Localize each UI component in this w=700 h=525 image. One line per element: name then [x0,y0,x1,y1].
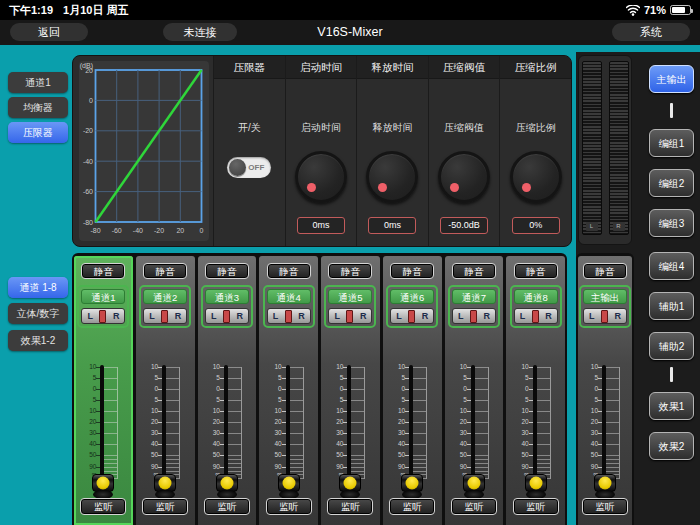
channel-strip-2[interactable]: 静音 通道2 L R 10505102030405090∞ 监听 [136,256,195,525]
fader-track[interactable] [533,365,537,491]
monitor-button[interactable]: 监听 [266,498,312,515]
pan-left-label: L [149,311,155,321]
pan-control[interactable]: L R [267,308,311,324]
mute-button[interactable]: 静音 [514,263,558,279]
sidebar-item-2[interactable]: 均衡器 [8,97,68,118]
bus-button-6[interactable]: 辅助1 [649,292,694,320]
monitor-button[interactable]: 监听 [582,498,628,515]
monitor-button[interactable]: 监听 [142,498,188,515]
channel-header-group: 通道2 L R [139,285,191,328]
monitor-button[interactable]: 监听 [327,498,373,515]
sidebar-item-3[interactable]: 压限器 [8,122,68,143]
pan-control[interactable]: L R [390,308,434,324]
monitor-button[interactable]: 监听 [80,498,126,515]
sidebar-item-2[interactable]: 立体/数字 [8,303,68,324]
pan-slider[interactable] [285,310,292,323]
pan-slider[interactable] [223,310,230,323]
meter-left-label: L [586,222,598,231]
bus-button-3[interactable]: 编组2 [649,169,694,197]
fader-ladder-rung [475,378,488,379]
channel-strip-1[interactable]: 静音 通道1 L R 10505102030405090∞ 监听 [74,256,133,525]
fader-scale-label: 10 [591,364,598,371]
compressor-onoff-toggle[interactable]: OFF [227,157,271,178]
bus-button-4[interactable]: 编组3 [649,209,694,237]
attack-value: 0ms [297,217,345,234]
monitor-button[interactable]: 监听 [204,498,250,515]
pan-slider[interactable] [346,310,353,323]
pan-slider[interactable] [601,310,608,323]
fader-track[interactable] [286,365,290,491]
channel-strips-panel: 静音 通道1 L R 10505102030405090∞ 监听 静音 通道2 … [72,253,567,525]
attack-knob[interactable] [295,151,347,203]
bus-button-9[interactable]: 效果1 [649,392,694,420]
threshold-knob[interactable] [438,151,490,203]
mute-button[interactable]: 静音 [81,263,125,279]
fader-ladder-rung [290,400,303,401]
fader-track[interactable] [162,365,166,491]
mute-button[interactable]: 静音 [583,263,627,279]
x-tick: -60 [112,227,122,234]
monitor-button[interactable]: 监听 [451,498,497,515]
fader-track[interactable] [409,365,413,491]
fader-track[interactable] [602,365,606,491]
fader: 10505102030405090∞ [74,361,133,501]
bus-button-5[interactable]: 编组4 [649,252,694,280]
pan-slider[interactable] [470,310,477,323]
fader-track[interactable] [347,365,351,491]
sidebar-item-1[interactable]: 通道1 [8,72,68,93]
channel-strip-6[interactable]: 静音 通道6 L R 10505102030405090∞ 监听 [383,256,442,525]
system-button[interactable]: 系统 [612,23,690,41]
bus-button-7[interactable]: 辅助2 [649,332,694,360]
mute-button[interactable]: 静音 [205,263,249,279]
pan-control[interactable]: L R [81,308,125,324]
fader-scale-label: 50 [89,452,96,459]
fader-ladder-rung [104,463,117,464]
pan-control[interactable]: L R [143,308,187,324]
fader-track[interactable] [471,365,475,491]
fader-ladder-rung [290,467,303,468]
pan-control[interactable]: L R [583,308,627,324]
monitor-button[interactable]: 监听 [389,498,435,515]
release-label: 释放时间 [372,121,412,135]
channel-strip-7[interactable]: 静音 通道7 L R 10505102030405090∞ 监听 [445,256,504,525]
pan-control[interactable]: L R [514,308,558,324]
fader-track[interactable] [100,365,104,491]
fader-track[interactable] [224,365,228,491]
bus-button-10[interactable]: 效果2 [649,432,694,460]
sidebar-item-1[interactable]: 通道 1-8 [8,277,68,298]
y-tick: -40 [83,158,93,165]
pan-control[interactable]: L R [328,308,372,324]
ratio-knob[interactable] [510,151,562,203]
mute-button[interactable]: 静音 [328,263,372,279]
mute-button[interactable]: 静音 [390,263,434,279]
release-knob[interactable] [366,151,418,203]
channel-strip-8[interactable]: 静音 通道8 L R 10505102030405090∞ 监听 [506,256,565,525]
fader-ladder-rail [426,367,427,479]
fader-scale-label: 50 [151,452,158,459]
mute-button[interactable]: 静音 [143,263,187,279]
pan-slider[interactable] [99,310,106,323]
pan-control[interactable]: L R [205,308,249,324]
sidebar-item-3[interactable]: 效果1-2 [8,330,68,351]
mute-button[interactable]: 静音 [267,263,311,279]
main-output-strip[interactable]: 静音 主输出 L R 10505102030405090∞ 监听 [578,256,632,525]
bus-button-0[interactable]: 主输出 [649,65,694,93]
status-date: 1月10日 周五 [63,3,128,18]
fader-handle-dot [344,477,357,490]
connection-status-button[interactable]: 未连接 [163,23,237,41]
fader-ladder-rung [606,400,619,401]
fader-ladder-rung [104,471,117,472]
monitor-button[interactable]: 监听 [513,498,559,515]
channel-strip-3[interactable]: 静音 通道3 L R 10505102030405090∞ 监听 [198,256,257,525]
fader-ladder-rung [228,433,241,434]
bus-button-2[interactable]: 编组1 [649,129,694,157]
channel-strip-4[interactable]: 静音 通道4 L R 10505102030405090∞ 监听 [259,256,318,525]
pan-control[interactable]: L R [452,308,496,324]
pan-slider[interactable] [532,310,539,323]
fader-handle-dot [220,477,233,490]
channel-strip-5[interactable]: 静音 通道5 L R 10505102030405090∞ 监听 [321,256,380,525]
pan-slider[interactable] [161,310,168,323]
pan-slider[interactable] [408,310,415,323]
x-tick: -80 [90,227,100,234]
mute-button[interactable]: 静音 [452,263,496,279]
